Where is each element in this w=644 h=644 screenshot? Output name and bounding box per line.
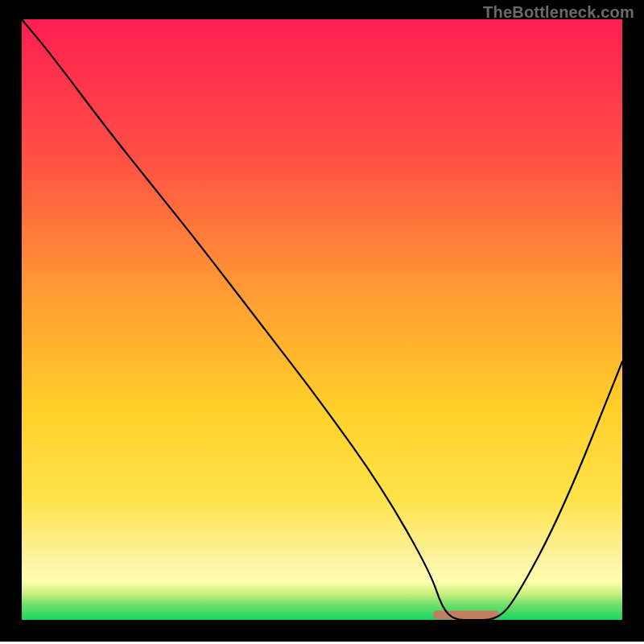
chart-svg <box>0 0 644 644</box>
plot-background <box>22 19 622 620</box>
valley-marker <box>433 611 499 620</box>
bottleneck-chart: TheBottleneck.com <box>0 0 644 644</box>
attribution-label: TheBottleneck.com <box>483 3 634 22</box>
